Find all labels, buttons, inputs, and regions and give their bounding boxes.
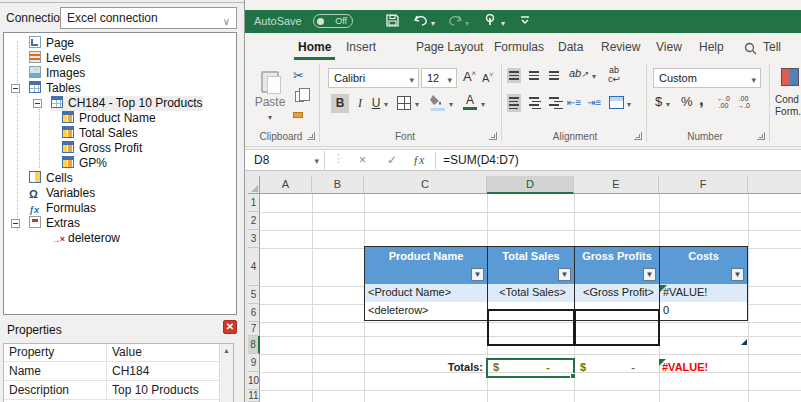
column-header-B[interactable]: B <box>312 176 364 194</box>
table-cell-row5[interactable]: <Gross Profit> <box>574 284 659 302</box>
wrap-text-button[interactable]: abc↩ <box>608 66 620 84</box>
tree-item-deleterow[interactable]: deleterow <box>4 231 236 246</box>
bottom-align-button[interactable] <box>547 68 561 83</box>
decrease-font-size-button[interactable]: A˅ <box>482 71 493 84</box>
expander-icon[interactable] <box>11 219 20 228</box>
fill-color-button[interactable] <box>429 94 447 113</box>
save-icon[interactable] <box>385 13 403 30</box>
column-header-D[interactable]: D <box>487 176 574 194</box>
close-icon[interactable]: ✕ <box>223 320 237 334</box>
tree-item-gp-[interactable]: GP% <box>4 156 236 171</box>
font-dialog-launcher-icon[interactable] <box>489 132 497 140</box>
expander-icon[interactable] <box>11 84 20 93</box>
worksheet[interactable]: ABCDEF 1234567891011 Product Name▼Total … <box>245 171 801 402</box>
tree-item-extras[interactable]: Extras <box>4 216 236 231</box>
copy-icon[interactable] <box>295 91 304 102</box>
qat-customize-icon[interactable] <box>519 11 537 28</box>
filter-dropdown-icon[interactable]: ▼ <box>731 268 744 281</box>
increase-font-size-button[interactable]: A˄ <box>463 69 476 84</box>
bold-button[interactable]: B <box>331 94 349 113</box>
fill-color-caret-icon[interactable]: ▾ <box>449 100 453 109</box>
decrease-indent-button[interactable]: ⇤≡ <box>567 97 581 108</box>
clipboard-dialog-launcher-icon[interactable] <box>307 132 315 140</box>
properties-row[interactable]: DescriptionTop 10 Products <box>4 382 220 400</box>
font-size-combo[interactable]: 12 ▾ <box>421 68 457 88</box>
cut-icon[interactable]: ✂ <box>293 68 304 83</box>
tab-home[interactable]: Home <box>298 40 331 54</box>
accounting-format-button[interactable]: $ <box>655 94 662 109</box>
tab-view[interactable]: View <box>656 40 682 54</box>
undo-icon[interactable] <box>413 13 431 30</box>
tab-data[interactable]: Data <box>558 40 583 54</box>
align-left-button[interactable] <box>507 94 521 112</box>
name-box[interactable]: D8 ▾ <box>247 151 325 170</box>
row-header-8[interactable]: 8 <box>248 336 260 354</box>
totals-label-cell[interactable]: Totals: <box>364 359 487 377</box>
tree-item-levels[interactable]: Levels <box>4 51 236 66</box>
accounting-caret-icon[interactable]: ▾ <box>666 100 670 109</box>
borders-button[interactable] <box>397 96 411 110</box>
tab-review[interactable]: Review <box>601 40 640 54</box>
percent-style-button[interactable]: % <box>681 94 693 109</box>
decrease-decimal-button[interactable]: .00→.0 <box>737 95 750 109</box>
tell-me-label[interactable]: Tell <box>763 40 781 54</box>
tree-item-product-name[interactable]: Product Name <box>4 111 236 126</box>
column-header-C[interactable]: C <box>364 176 487 194</box>
touch-mode-caret-icon[interactable]: ▾ <box>501 19 505 28</box>
enter-icon[interactable]: ✓ <box>387 153 397 167</box>
increase-indent-button[interactable]: ⇥≡ <box>587 97 601 108</box>
insert-function-icon[interactable]: ƒx <box>413 153 424 168</box>
properties-row[interactable]: NameCH184 <box>4 363 220 381</box>
filter-dropdown-icon[interactable]: ▼ <box>643 268 656 281</box>
formula-text[interactable]: =SUM(D4:D7) <box>443 153 519 167</box>
connection-tree[interactable]: PageLevelsImagesTablesCH184 - Top 10 Pro… <box>3 32 237 315</box>
increase-decimal-button[interactable]: ←.0.00 <box>717 95 730 109</box>
cell-F8[interactable]: #VALUE! <box>659 359 748 377</box>
tab-insert[interactable]: Insert <box>346 40 376 54</box>
conditional-formatting-icon[interactable] <box>781 68 799 86</box>
table-cell-row5[interactable]: #VALUE! <box>659 284 748 302</box>
row-header-5[interactable]: 5 <box>248 286 260 304</box>
font-color-caret-icon[interactable]: ▾ <box>481 100 485 109</box>
column-header-F[interactable]: F <box>659 176 748 194</box>
paste-button[interactable]: Paste ▾ <box>251 67 289 129</box>
comma-style-button[interactable]: , <box>699 90 704 110</box>
tree-item-cells[interactable]: Cells <box>4 171 236 186</box>
tree-item-page[interactable]: Page <box>4 36 236 51</box>
merge-center-caret-icon[interactable]: ▾ <box>627 100 631 109</box>
italic-button[interactable]: I <box>353 94 367 113</box>
align-right-button[interactable] <box>547 94 561 112</box>
filter-dropdown-icon[interactable]: ▼ <box>558 268 571 281</box>
row-header-10[interactable]: 10 <box>248 372 260 390</box>
alignment-dialog-launcher-icon[interactable] <box>634 132 642 140</box>
borders-caret-icon[interactable]: ▾ <box>415 100 419 109</box>
cell-E8[interactable]: $ - <box>574 359 659 377</box>
select-all-corner[interactable] <box>248 176 260 194</box>
font-color-button[interactable]: A <box>461 93 479 112</box>
column-header-E[interactable]: E <box>574 176 659 194</box>
redo-icon[interactable] <box>447 13 465 30</box>
autosave-toggle[interactable]: Off <box>313 14 353 28</box>
row-header-9[interactable]: 9 <box>248 354 260 372</box>
search-icon[interactable] <box>744 42 757 55</box>
filter-dropdown-icon[interactable]: ▼ <box>471 268 484 281</box>
redo-menu-caret-icon[interactable]: ▾ <box>465 19 469 28</box>
row-header-4[interactable]: 4 <box>248 248 260 286</box>
orientation-caret-icon[interactable]: ▾ <box>592 72 596 81</box>
format-painter-icon[interactable] <box>293 112 303 118</box>
middle-align-button[interactable] <box>527 68 541 83</box>
row-header-7[interactable]: 7 <box>248 322 260 336</box>
row-header-6[interactable]: 6 <box>248 304 260 322</box>
table-cell-row6[interactable]: <deleterow> <box>364 302 487 321</box>
conditional-formatting-label[interactable]: Cond Form. <box>775 94 801 118</box>
undo-menu-caret-icon[interactable]: ▾ <box>431 19 435 28</box>
tree-item-images[interactable]: Images <box>4 66 236 81</box>
underline-button[interactable]: U <box>369 94 383 113</box>
table-cell-row5[interactable]: <Total Sales> <box>487 284 574 302</box>
font-name-combo[interactable]: Calibri ▾ <box>328 68 419 88</box>
table-cell-row6[interactable]: 0 <box>659 302 748 321</box>
tree-item-gross-profit[interactable]: Gross Profit <box>4 141 236 156</box>
touch-mode-icon[interactable] <box>483 13 501 30</box>
tab-formulas[interactable]: Formulas <box>494 40 544 54</box>
tree-item-tables[interactable]: Tables <box>4 81 236 96</box>
